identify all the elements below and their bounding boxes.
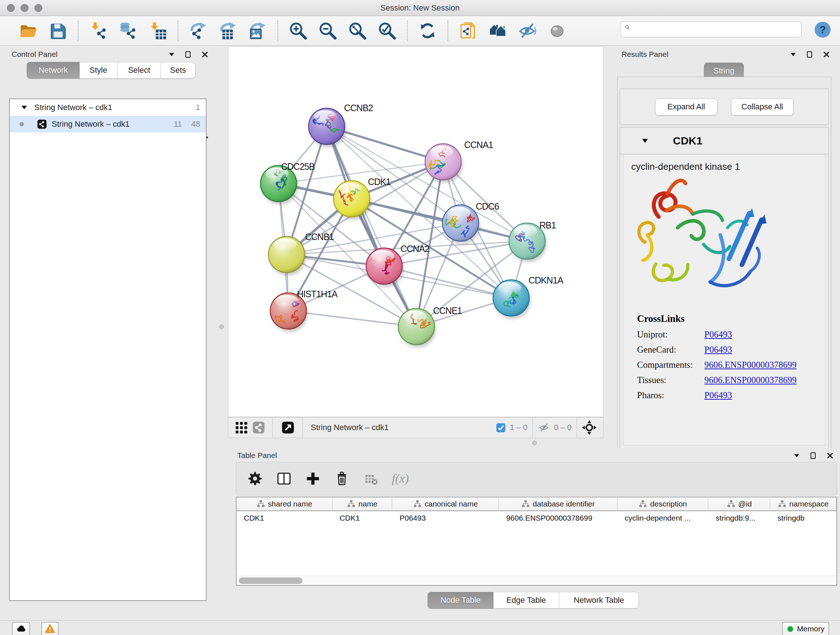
cell-canonical-name[interactable]: P06493: [392, 514, 499, 523]
import-table-from-file-icon[interactable]: [148, 21, 167, 40]
horizontal-splitter-handle[interactable]: [532, 440, 537, 445]
collapse-all-button[interactable]: Collapse All: [731, 98, 793, 116]
crosslink-link[interactable]: 9606.ENSP00000378699: [704, 375, 797, 385]
node-CDK1[interactable]: [333, 181, 371, 220]
tab-sets[interactable]: Sets: [161, 62, 195, 79]
cloud-button[interactable]: [12, 622, 30, 635]
node-CDKN1A[interactable]: [493, 280, 531, 319]
function-builder-icon: f(x): [391, 470, 418, 487]
cell-shared-name[interactable]: CDK1: [237, 514, 332, 523]
column-header-namespace[interactable]: namespace: [770, 497, 836, 510]
zoom-selected-icon[interactable]: [378, 21, 396, 40]
table-panel-title: Table Panel: [237, 451, 277, 460]
tab-network[interactable]: Network: [27, 62, 80, 79]
panel-float-icon[interactable]: [184, 50, 193, 59]
network-overview-icon[interactable]: [459, 21, 477, 40]
zoom-out-icon[interactable]: [318, 21, 337, 40]
cell-database-identifier[interactable]: 9606.ENSP00000378699: [499, 514, 617, 523]
panel-close-icon[interactable]: [201, 50, 209, 59]
tab-select[interactable]: Select: [118, 62, 161, 79]
panel-close-icon[interactable]: [822, 50, 831, 59]
search-field[interactable]: [620, 21, 802, 37]
left-splitter-handle[interactable]: [219, 325, 224, 329]
protein-card-header[interactable]: CDK1: [620, 127, 829, 154]
svg-text:f(x): f(x): [392, 472, 409, 486]
node-label-CDC25B: CDC25B: [281, 162, 315, 172]
node-CDC6[interactable]: [442, 205, 480, 244]
column-header-shared-name[interactable]: shared name: [237, 497, 332, 510]
import-network-from-database-icon[interactable]: [118, 21, 137, 40]
crosslink-label: Pharos:: [637, 390, 704, 401]
network-row[interactable]: String Network – cdk1 11 48: [10, 116, 206, 133]
export-image-icon[interactable]: [248, 21, 267, 40]
node-CCNA1[interactable]: [425, 139, 463, 183]
network-collection-row[interactable]: String Network – cdk1 1: [10, 99, 206, 116]
view-string-icon[interactable]: [250, 419, 267, 436]
panel-menu-icon[interactable]: [792, 451, 801, 460]
hide-graphics-details-icon[interactable]: [518, 21, 537, 40]
selected-checkbox-icon[interactable]: [494, 419, 507, 436]
warning-icon: [45, 624, 55, 634]
panel-menu-icon[interactable]: [789, 50, 797, 59]
column-header-description[interactable]: description: [617, 497, 709, 510]
search-input[interactable]: [637, 22, 796, 36]
panel-float-icon[interactable]: [809, 451, 818, 460]
show-graphics-details-icon[interactable]: [548, 21, 567, 40]
protein-name: CDK1: [673, 135, 703, 147]
table-row[interactable]: CDK1CDK1P064939606.ENSP00000378699cyclin…: [237, 511, 836, 525]
hscrollbar-thumb[interactable]: [239, 578, 302, 584]
table-settings-gear-icon[interactable]: [246, 470, 264, 487]
delete-column-icon[interactable]: [333, 470, 351, 487]
add-column-icon[interactable]: [304, 470, 322, 487]
crosslink-link[interactable]: P06493: [704, 329, 732, 340]
table-hscrollbar[interactable]: [237, 576, 836, 585]
detach-view-icon[interactable]: [279, 419, 297, 436]
panel-float-icon[interactable]: [805, 50, 814, 59]
panel-menu-icon[interactable]: [167, 50, 176, 59]
column-header-canonical-name[interactable]: canonical name: [392, 497, 499, 510]
import-network-from-file-icon[interactable]: [89, 21, 108, 40]
cell-namespace[interactable]: stringdb: [770, 514, 836, 523]
tab-network-table[interactable]: Network Table: [559, 592, 639, 608]
node-CCNE1[interactable]: [398, 309, 436, 348]
tab-node-table[interactable]: Node Table: [428, 592, 493, 608]
crosslink-link[interactable]: 9606.ENSP00000378699: [704, 360, 797, 370]
cell-name[interactable]: CDK1: [332, 514, 393, 523]
node-CCNB1[interactable]: [268, 236, 306, 276]
column-header-database-identifier[interactable]: database identifier: [499, 497, 617, 510]
card-collapse-icon[interactable]: [641, 137, 649, 145]
save-session-icon[interactable]: [49, 21, 67, 40]
cell--id[interactable]: stringdb:9...: [708, 514, 770, 523]
node-CCNA2[interactable]: [366, 248, 404, 287]
string-homes-icon[interactable]: [488, 21, 507, 40]
edge-CCNB2-CCNE1[interactable]: [327, 126, 416, 326]
warnings-button[interactable]: [41, 622, 58, 635]
tree-expand-icon[interactable]: [21, 104, 28, 111]
column-header-name[interactable]: name: [332, 497, 393, 510]
apply-preferred-layout-icon[interactable]: [418, 21, 437, 40]
node-count: 11: [174, 119, 182, 129]
crosslink-link[interactable]: P06493: [704, 345, 732, 355]
crosshair-icon[interactable]: [581, 419, 598, 436]
node-label-CCNB2: CCNB2: [344, 103, 373, 113]
crosslink-link[interactable]: P06493: [704, 390, 732, 401]
crosslink-row: Tissues:9606.ENSP00000378699: [637, 375, 797, 385]
expand-all-button[interactable]: Expand All: [655, 98, 717, 116]
open-session-icon[interactable]: [19, 21, 38, 40]
export-network-icon[interactable]: [189, 21, 208, 40]
network-canvas[interactable]: CCNB2CCNA1CDC25BCDK1CDC6RB1CCNB1CCNA2CDK…: [228, 46, 603, 417]
cell-description[interactable]: cyclin-dependent ...: [617, 514, 709, 523]
zoom-fit-content-icon[interactable]: [348, 21, 367, 40]
column-header--id[interactable]: @id: [708, 497, 770, 510]
tab-style[interactable]: Style: [80, 62, 118, 79]
hidden-eye-icon[interactable]: [537, 419, 552, 436]
show-columns-icon[interactable]: [275, 470, 293, 487]
panel-close-icon[interactable]: [826, 451, 834, 460]
zoom-in-icon[interactable]: [289, 21, 308, 40]
tab-edge-table[interactable]: Edge Table: [493, 592, 559, 608]
collection-count: 1: [196, 103, 200, 112]
export-table-icon[interactable]: [218, 21, 237, 40]
help-button[interactable]: ?: [815, 22, 831, 38]
memory-button[interactable]: Memory: [782, 622, 829, 635]
view-grid-icon[interactable]: [233, 419, 250, 436]
